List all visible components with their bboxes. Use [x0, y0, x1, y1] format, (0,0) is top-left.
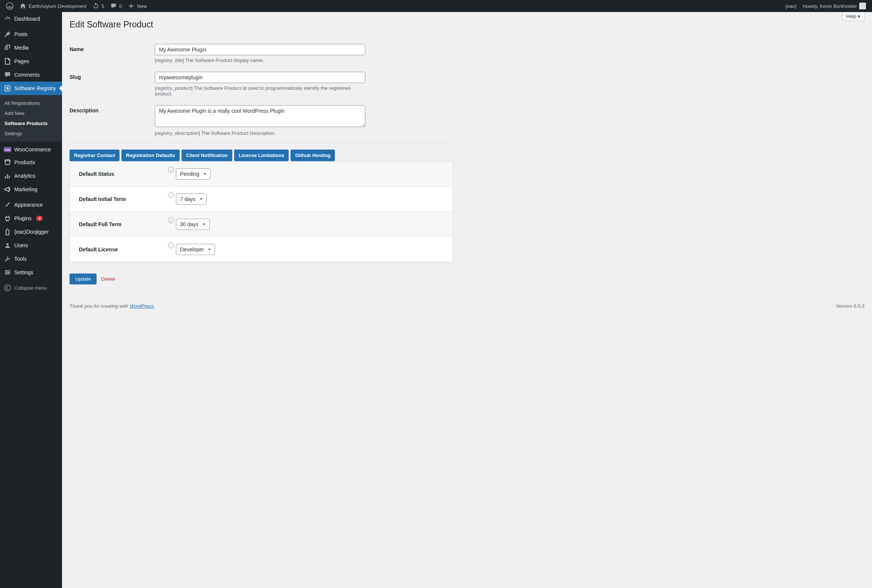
description-description: [registry_description] The Software Prod… [155, 130, 365, 136]
settings-icon [4, 269, 11, 276]
admin-footer: Thank you for creating with WordPress. V… [62, 292, 872, 316]
slug-input[interactable] [155, 72, 365, 83]
comments-link[interactable]: 0 [107, 0, 125, 12]
site-name-link[interactable]: EarthAsylum Development [17, 0, 89, 12]
sidebar-item-media[interactable]: Media [0, 41, 62, 54]
name-label: Name [70, 44, 155, 52]
new-label: New [137, 3, 147, 9]
admin-bar: EarthAsylum Development 5 0 New {eac} Ho… [0, 0, 872, 12]
info-icon[interactable]: i [168, 242, 174, 248]
products-icon [4, 159, 11, 166]
name-description: [registry_title] The Software Product di… [155, 57, 365, 63]
sidebar-item-posts[interactable]: Posts [0, 27, 62, 41]
svg-point-4 [6, 87, 9, 89]
updates-link[interactable]: 5 [89, 0, 107, 12]
comments-count: 0 [119, 3, 122, 9]
tab-github-hosting[interactable]: Github Hosting [291, 150, 335, 161]
default-full-term-label: Default Full Term [79, 221, 166, 227]
wp-logo-menu[interactable] [3, 0, 17, 12]
submenu-add-new[interactable]: Add New [0, 108, 62, 118]
analytics-icon [4, 172, 11, 180]
plugins-icon [4, 215, 11, 222]
info-icon[interactable]: i [168, 217, 174, 223]
new-content-link[interactable]: New [125, 0, 150, 12]
default-license-label: Default License [79, 246, 166, 252]
default-initial-term-select[interactable]: 7 days [176, 193, 207, 205]
page-title: Edit Software Product [70, 20, 864, 30]
svg-point-6 [6, 271, 7, 272]
comment-icon [110, 3, 117, 9]
software-registry-submenu: All Registrations Add New Software Produ… [0, 95, 62, 142]
slug-description: [registry_product] The Software Product … [155, 85, 365, 97]
eac-menu[interactable]: {eac} [782, 0, 799, 12]
tab-license-limitations[interactable]: License Limitations [234, 150, 289, 161]
chevron-down-icon: ▾ [858, 14, 860, 19]
sidebar-item-users[interactable]: Users [0, 239, 62, 252]
slug-label: Slug [70, 72, 155, 80]
svg-point-8 [6, 274, 7, 275]
sidebar-item-tools[interactable]: Tools [0, 252, 62, 266]
help-tab[interactable]: Help ▾ [842, 12, 864, 21]
sidebar-item-marketing[interactable]: Marketing [0, 183, 62, 196]
sidebar-item-comments[interactable]: Comments [0, 68, 62, 82]
default-initial-term-label: Default Initial Term [79, 196, 166, 202]
home-icon [20, 3, 26, 9]
default-license-select[interactable]: Developer [176, 244, 215, 255]
submenu-settings[interactable]: Settings [0, 128, 62, 139]
description-textarea[interactable]: My Awesome Plugin is a really cool WordP… [155, 105, 365, 127]
media-icon [4, 44, 11, 51]
sidebar-item-woocommerce[interactable]: woo WooCommerce [0, 144, 62, 156]
sidebar-item-doojigger[interactable]: {eac}Doojigger [0, 225, 62, 239]
update-button[interactable]: Update [70, 274, 97, 284]
collapse-icon [4, 284, 11, 292]
info-icon[interactable]: i [168, 167, 174, 173]
plugins-badge: 4 [36, 216, 43, 221]
site-name: EarthAsylum Development [29, 3, 86, 9]
svg-point-2 [6, 48, 7, 49]
main-content: Help ▾ Edit Software Product Name [regis… [62, 12, 872, 588]
sidebar-item-pages[interactable]: Pages [0, 54, 62, 68]
default-status-label: Default Status [79, 171, 166, 177]
description-label: Description [70, 105, 155, 113]
admin-sidebar: Dashboard Posts Media Pages Comments Sof… [0, 12, 62, 588]
sidebar-item-plugins[interactable]: Plugins 4 [0, 212, 62, 225]
plus-icon [128, 3, 135, 9]
pin-icon [4, 30, 11, 38]
registry-icon [4, 85, 11, 92]
updates-count: 5 [101, 3, 104, 9]
footer-thank-you: Thank you for creating with [70, 303, 130, 309]
dashboard-icon [4, 15, 11, 23]
svg-point-9 [5, 285, 11, 291]
sidebar-item-products[interactable]: Products [0, 156, 62, 169]
delete-link[interactable]: Delete [101, 276, 115, 282]
tab-registration-defaults[interactable]: Registration Defaults [121, 150, 180, 161]
sidebar-item-software-registry[interactable]: Software Registry [0, 82, 62, 95]
wordpress-link[interactable]: WordPress [130, 303, 154, 309]
update-icon [92, 3, 99, 9]
sidebar-item-appearance[interactable]: Appearance [0, 198, 62, 212]
submenu-software-products[interactable]: Software Products [0, 118, 62, 128]
users-icon [4, 242, 11, 249]
tab-registrar-contact[interactable]: Registrar Contact [70, 150, 120, 161]
wordpress-logo-icon [6, 2, 14, 10]
version-text: Version 6.5.3 [836, 303, 864, 309]
comment-icon [4, 71, 11, 79]
page-icon [4, 57, 11, 65]
submenu-all-registrations[interactable]: All Registrations [0, 98, 62, 108]
woocommerce-icon: woo [4, 147, 11, 152]
sidebar-item-settings[interactable]: Settings [0, 266, 62, 279]
name-input[interactable] [155, 44, 365, 55]
tabs-nav: Registrar Contact Registration Defaults … [70, 150, 864, 161]
separator [70, 142, 453, 143]
sidebar-item-analytics[interactable]: Analytics [0, 169, 62, 183]
default-status-select[interactable]: Pending [176, 168, 210, 180]
marketing-icon [4, 186, 11, 193]
appearance-icon [4, 201, 11, 209]
default-full-term-select[interactable]: 30 days [176, 219, 210, 230]
sidebar-item-dashboard[interactable]: Dashboard [0, 12, 62, 26]
tab-client-notification[interactable]: Client Notification [182, 150, 232, 161]
info-icon[interactable]: i [168, 192, 174, 198]
collapse-menu-button[interactable]: Collapse menu [0, 281, 62, 295]
svg-point-7 [8, 272, 9, 273]
user-menu[interactable]: Howdy, Kevin Burkholder [799, 0, 869, 12]
